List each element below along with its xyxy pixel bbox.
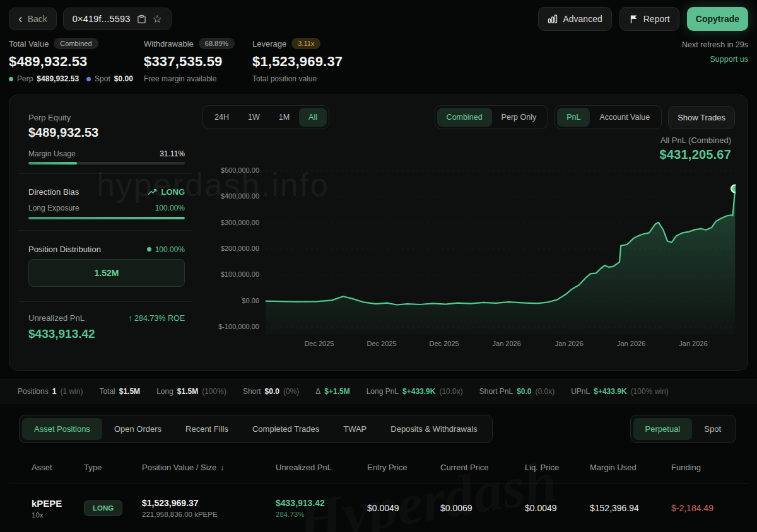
x-tick-label: Dec 2025 xyxy=(430,340,459,347)
mode-perp-only[interactable]: Perp Only xyxy=(492,108,546,127)
divider xyxy=(18,173,192,174)
y-tick-label: $400,000.00 xyxy=(221,192,259,200)
y-tick-label: $200,000.00 xyxy=(221,245,259,252)
col-current-price[interactable]: Current Price xyxy=(440,463,525,472)
perp-equity-value: $489,932.53 xyxy=(28,125,185,140)
copytrade-button[interactable]: Copytrade xyxy=(687,7,748,31)
positions-table: Asset Type Position Value / Size↓ Unreal… xyxy=(9,451,748,532)
perp-dot-icon xyxy=(9,77,13,81)
tab-asset-positions[interactable]: Asset Positions xyxy=(22,418,102,440)
time-range-group: 24H1W1MAll xyxy=(202,105,329,129)
direction-bias-value: LONG xyxy=(161,187,185,197)
summary-item-positions: Positions1(1 win) xyxy=(18,387,83,396)
spot-value: $0.00 xyxy=(114,74,133,83)
x-tick-label: Dec 2025 xyxy=(304,340,334,347)
range-1w[interactable]: 1W xyxy=(238,108,269,127)
divider xyxy=(18,301,192,302)
support-us-link[interactable]: Support us xyxy=(682,55,748,64)
combined-badge: Combined xyxy=(54,38,98,49)
summary-item--: Δ$+1.5M xyxy=(315,387,349,396)
divider xyxy=(18,230,192,231)
tab-completed-trades[interactable]: Completed Trades xyxy=(240,418,331,440)
advanced-label: Advanced xyxy=(563,14,602,24)
x-tick-label: Dec 2025 xyxy=(367,340,396,347)
tab-twap[interactable]: TWAP xyxy=(331,418,378,440)
all-pnl-block: All PnL (Combined) $431,205.67 xyxy=(660,136,731,162)
tab-open-orders[interactable]: Open Orders xyxy=(102,418,173,440)
report-label: Report xyxy=(643,14,670,24)
col-entry-price[interactable]: Entry Price xyxy=(367,463,440,472)
liq-price: $0.0049 xyxy=(525,503,590,513)
range-all[interactable]: All xyxy=(299,108,327,127)
table-row[interactable]: kPEPE 10x LONG $1,523,969.37 221,958,836… xyxy=(9,484,748,532)
col-funding[interactable]: Funding xyxy=(671,463,748,472)
unrealized-pnl-label: Unrealized PnL xyxy=(28,313,85,323)
withdrawable-badge: 68.89% xyxy=(199,38,235,49)
section-tabs-row: Asset PositionsOpen OrdersRecent FillsCo… xyxy=(19,415,736,443)
leverage-label: Leverage xyxy=(252,39,286,49)
mode-combined[interactable]: Combined xyxy=(437,108,492,127)
col-liq-price[interactable]: Liq. Price xyxy=(525,463,590,472)
report-button[interactable]: Report xyxy=(619,7,679,31)
long-exposure-bar xyxy=(28,217,185,219)
x-tick-label: Jan 2026 xyxy=(555,340,584,347)
col-asset[interactable]: Asset xyxy=(32,463,84,472)
summary-item-long: Long$1.5M(100%) xyxy=(156,387,226,396)
market-spot[interactable]: Spot xyxy=(692,418,733,440)
position-size: 221,958,836.00 kPEPE xyxy=(142,511,276,518)
all-pnl-value: $431,205.67 xyxy=(660,147,731,162)
range-24h[interactable]: 24H xyxy=(205,108,238,127)
col-unrealized-pnl[interactable]: Unrealized PnL xyxy=(276,463,367,472)
range-1m[interactable]: 1M xyxy=(269,108,299,127)
leverage-badge: 3.11x xyxy=(291,38,320,49)
pnl-chart[interactable] xyxy=(266,161,736,335)
x-tick-label: Jan 2026 xyxy=(679,340,707,347)
y-tick-label: $500,000.00 xyxy=(221,166,259,174)
total-value-amount: $489,932.53 xyxy=(9,54,144,70)
summary-item-short: Short$0.0(0%) xyxy=(243,387,299,396)
address-pill[interactable]: 0×419f...5593 ☆ xyxy=(63,8,172,30)
y-tick-label: $0.00 xyxy=(242,297,259,304)
show-trades-button[interactable]: Show Trades xyxy=(668,106,735,129)
roe-value: 284.73% ROE xyxy=(134,314,185,323)
advanced-button[interactable]: Advanced xyxy=(538,7,611,31)
withdrawable-sub: Free margin available xyxy=(144,74,216,83)
perp-label: Perp xyxy=(17,74,33,83)
favorite-star-icon[interactable]: ☆ xyxy=(153,13,162,26)
sort-desc-icon: ↓ xyxy=(220,463,225,472)
summary-item-long-pnl: Long PnL$+433.9K(10.0x) xyxy=(367,387,463,396)
metric-account-value[interactable]: Account Value xyxy=(590,108,659,127)
spot-dot-icon xyxy=(86,77,91,81)
positions-summary-bar: Positions1(1 win)Total$1.5MLong$1.5M(100… xyxy=(0,379,757,403)
copy-icon[interactable] xyxy=(137,14,146,24)
account-stats-row: Total Value Combined $489,932.53 Perp $4… xyxy=(9,38,748,83)
tab-recent-fills[interactable]: Recent Fills xyxy=(173,418,240,440)
unrealized-pnl-cell: $433,913.42 xyxy=(276,498,367,508)
margin-usage-value: 31.11% xyxy=(160,149,185,158)
asset-symbol: kPEPE xyxy=(32,498,84,509)
margin-used: $152,396.94 xyxy=(590,503,671,513)
position-distribution-value: 100.00% xyxy=(155,245,185,254)
market-perpetual[interactable]: Perpetual xyxy=(633,418,693,440)
y-tick-label: $100,000.00 xyxy=(221,270,259,278)
table-header-row: Asset Type Position Value / Size↓ Unreal… xyxy=(9,451,748,484)
leverage-sub: Total position value xyxy=(252,74,317,83)
col-margin-used[interactable]: Margin Used xyxy=(590,463,671,472)
col-type[interactable]: Type xyxy=(84,463,142,472)
entry-price: $0.0049 xyxy=(367,503,440,513)
y-tick-label: $-100,000.00 xyxy=(218,323,259,330)
distribution-box[interactable]: 1.52M xyxy=(28,259,185,287)
long-exposure-label: Long Exposure xyxy=(28,204,79,212)
direction-bias-label: Direction Bias xyxy=(28,187,79,197)
distribution-dot-icon xyxy=(147,247,151,252)
unrealized-pnl-pct: 284.73% xyxy=(276,511,367,518)
summary-item-upnl: UPnL$+433.9K(100% win) xyxy=(571,387,668,396)
metric-group: PnLAccount Value xyxy=(555,105,662,129)
arrow-up-icon: ↑ xyxy=(128,314,132,323)
margin-usage-bar xyxy=(28,162,185,165)
metric-pnl[interactable]: PnL xyxy=(557,108,590,127)
back-button[interactable]: ‹ Back xyxy=(9,8,57,30)
top-bar: ‹ Back 0×419f...5593 ☆ Advanced Report xyxy=(9,6,748,32)
col-position-value[interactable]: Position Value / Size↓ xyxy=(142,463,276,472)
tab-deposits-withdrawals[interactable]: Deposits & Withdrawals xyxy=(378,418,489,440)
